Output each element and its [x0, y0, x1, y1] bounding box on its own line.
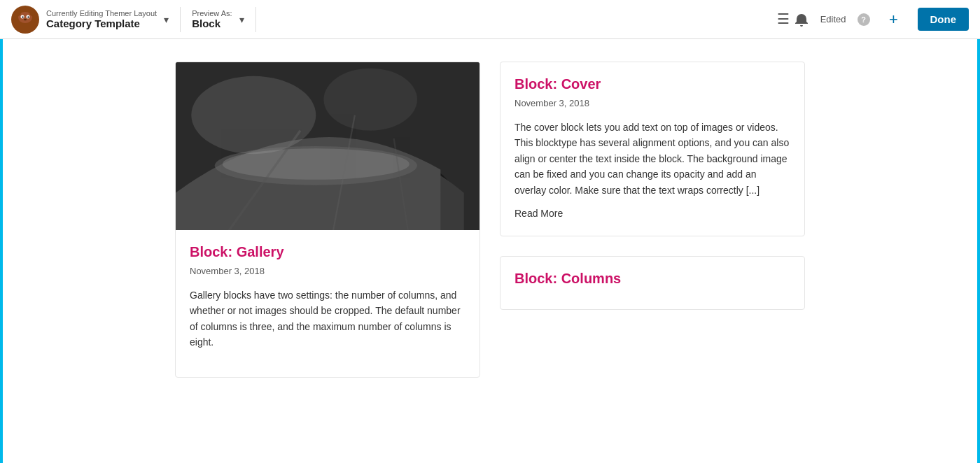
- preview-value: Block: [192, 17, 232, 29]
- main-layout: Block: Gallery November 3, 2018 Gallery …: [0, 39, 980, 463]
- post-card-columns: Block: Columns: [500, 256, 805, 310]
- topbar-subtitle: Currently Editing Themer Layout: [46, 9, 157, 17]
- topbar-right-actions: ☰ Edited ? + Done: [777, 7, 969, 32]
- right-accent-bar: [977, 39, 980, 463]
- post-date-cover: November 3, 2018: [514, 98, 790, 108]
- svg-point-5: [27, 16, 29, 17]
- post-image-gallery: [176, 62, 479, 230]
- done-button[interactable]: Done: [918, 8, 969, 31]
- topbar-title-block: Currently Editing Themer Layout Category…: [46, 9, 157, 29]
- read-more-cover[interactable]: Read More: [514, 208, 790, 219]
- topbar-title-chevron[interactable]: ▾: [164, 14, 169, 25]
- topbar: Currently Editing Themer Layout Category…: [0, 0, 980, 39]
- post-date-gallery: November 3, 2018: [190, 266, 465, 276]
- post-title-columns: Block: Columns: [514, 271, 790, 287]
- svg-point-8: [24, 18, 27, 20]
- post-card-body-gallery: Block: Gallery November 3, 2018 Gallery …: [176, 230, 479, 377]
- posts-grid: Block: Gallery November 3, 2018 Gallery …: [175, 62, 805, 378]
- svg-point-6: [15, 9, 21, 16]
- edited-text: Edited: [820, 14, 846, 24]
- topbar-divider-2: [255, 7, 256, 32]
- topbar-divider: [180, 7, 181, 32]
- svg-point-7: [29, 9, 35, 16]
- post-title-cover: Block: Cover: [514, 76, 790, 92]
- post-excerpt-cover: The cover block lets you add text on top…: [514, 120, 790, 198]
- topbar-main-title: Category Template: [46, 17, 157, 29]
- svg-point-17: [191, 76, 316, 154]
- bell-icon[interactable]: ☰: [777, 10, 809, 28]
- help-icon[interactable]: ?: [858, 13, 870, 26]
- post-title-gallery: Block: Gallery: [190, 244, 465, 260]
- preview-section: Preview As: Block: [192, 9, 232, 29]
- add-button[interactable]: +: [881, 7, 906, 32]
- post-card-body-columns: Block: Columns: [500, 257, 804, 309]
- preview-label: Preview As:: [192, 9, 232, 17]
- right-column: Block: Cover November 3, 2018 The cover …: [500, 62, 805, 378]
- post-excerpt-gallery: Gallery blocks have two settings: the nu…: [190, 287, 465, 350]
- content-area: Block: Gallery November 3, 2018 Gallery …: [3, 39, 977, 463]
- app-logo: [11, 6, 39, 34]
- preview-chevron[interactable]: ▾: [239, 14, 244, 25]
- image-placeholder: [176, 62, 479, 230]
- post-card-gallery: Block: Gallery November 3, 2018 Gallery …: [175, 62, 480, 378]
- svg-point-4: [22, 16, 23, 17]
- post-card-cover: Block: Cover November 3, 2018 The cover …: [500, 62, 805, 236]
- post-card-body-cover: Block: Cover November 3, 2018 The cover …: [500, 62, 804, 236]
- svg-point-18: [323, 69, 417, 131]
